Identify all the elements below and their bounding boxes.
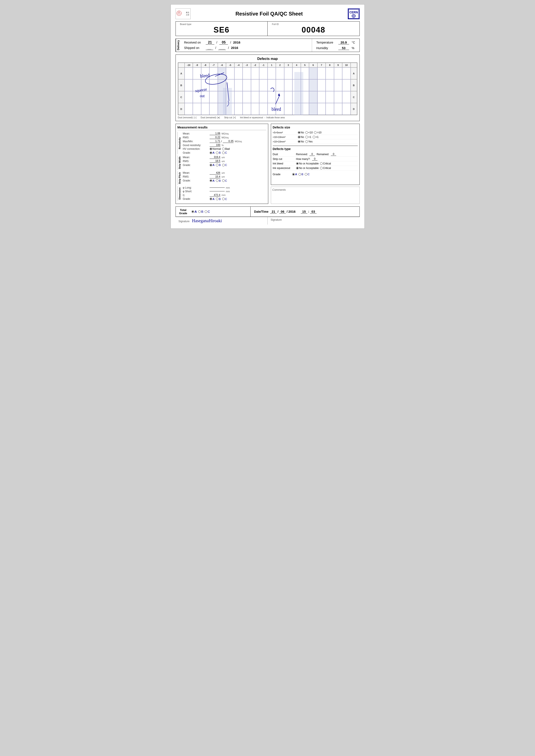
received-year: 2016	[233, 40, 240, 44]
total-grade-b[interactable]: B	[198, 210, 203, 213]
sw-grade-c-circle	[222, 164, 225, 166]
ink-squeeze-no[interactable]: No or Acceptable	[296, 167, 319, 170]
sw-grade-a[interactable]: A	[210, 163, 214, 167]
ds2-lt1[interactable]: <1	[305, 136, 311, 139]
shipped-month: ___	[218, 46, 226, 50]
hv-bad-circle	[222, 148, 225, 150]
ds2-no[interactable]: No	[298, 136, 304, 139]
resistivity-grade-c[interactable]: C	[222, 151, 227, 154]
measurement-box: Measurement results Resistivity Mean: 1.…	[176, 124, 268, 204]
hv-normal-label: Normal	[212, 148, 221, 150]
page: KOBE UNIVERSITY of Science 東京大学 Resistiv…	[171, 4, 365, 229]
map-data-cell	[334, 91, 342, 103]
defects-grade-c[interactable]: C	[305, 173, 310, 176]
resistivity-grade-a[interactable]: A	[210, 151, 214, 154]
dim-grade-c[interactable]: C	[222, 198, 227, 201]
shipped-day: __	[206, 46, 213, 50]
hv-bad-radio[interactable]: Bad	[222, 148, 230, 150]
resistivity-mean-unit: MΩ/sq.	[222, 132, 229, 135]
defect-ink-bleed-row: Ink bleed No or Acceptable Critical	[273, 161, 358, 166]
sp-grade-a[interactable]: A	[210, 179, 214, 182]
map-data-cell	[193, 68, 201, 79]
total-grade-a[interactable]: A	[191, 210, 197, 213]
ds3-no[interactable]: No	[298, 140, 304, 143]
resistivity-rms-val: 0.22	[210, 136, 220, 139]
ds1-gt10[interactable]: >10	[314, 131, 321, 134]
resistivity-mean-label: Mean:	[183, 132, 209, 135]
resistivity-mean-val: 1.06	[210, 132, 220, 135]
received-label: Received on	[184, 41, 204, 44]
map-data-cell	[218, 91, 226, 103]
date-year: 2016	[288, 210, 296, 213]
ink-squeeze-critical[interactable]: Critical	[320, 167, 331, 170]
resistivity-maxmin-row: Max/Min: 1.71 / 0.35 MΩ/sq.	[183, 140, 266, 143]
map-data-cell	[201, 68, 210, 79]
resistivity-good-label: Good resistivity:	[183, 144, 209, 147]
dim-eta-unit: mm	[222, 194, 226, 196]
defect-size-row-2: <10×10mm² No <1 >1	[273, 135, 358, 139]
resistivity-grade-radio: A B C	[210, 151, 227, 154]
map-data-cell	[210, 79, 218, 91]
map-data-cell	[309, 79, 318, 91]
sp-grade-b-circle	[216, 179, 218, 182]
defect-size-3-radio: No Yes	[298, 140, 313, 143]
sp-grade-b[interactable]: B	[216, 179, 221, 182]
map-data-cell	[193, 79, 201, 91]
total-grade-c[interactable]: C	[205, 210, 210, 213]
datetime-cell: Date/Time 21 / 06 / 2016 15 : 03	[251, 208, 359, 215]
map-col-header: -3	[242, 63, 251, 68]
total-grade-label-1: Total	[180, 208, 186, 212]
strip-pitch-group: Strip Pitch Mean: 426 um RMS: 15.4 um Gr…	[178, 171, 266, 185]
ink-bleed-no[interactable]: No or Acceptable	[296, 162, 319, 165]
defects-grade-a[interactable]: A	[292, 173, 297, 176]
ds2-gt1[interactable]: >1	[313, 136, 319, 139]
map-data-cell	[284, 79, 293, 91]
datetime-vals: 21 / 06 / 2016 15 : 03	[270, 210, 317, 214]
ds3-yes[interactable]: Yes	[305, 140, 313, 143]
map-col-header: 5	[301, 63, 309, 68]
defects-grade-radio: A B C	[292, 173, 310, 176]
received-row: Received on 21 / 05 / 2016	[184, 40, 308, 44]
map-col-header: 10	[342, 63, 351, 68]
strip-width-rms-row: RMS: 18.5 um	[183, 159, 266, 163]
ds1-no[interactable]: No	[298, 131, 304, 134]
resistivity-label: Resistivity	[178, 132, 182, 154]
resistivity-grade-c-circle	[222, 151, 225, 154]
resistivity-rms-row: RMS: 0.22 MΩ/sq.	[183, 136, 266, 139]
resistivity-rms-label: RMS:	[183, 136, 209, 139]
map-col-header: 2	[276, 63, 284, 68]
dim-grade-b[interactable]: B	[216, 198, 221, 201]
total-grade-cell: Total Grade A B C	[176, 207, 251, 217]
hv-normal-radio[interactable]: Normal	[210, 148, 221, 150]
map-col-header: 4	[293, 63, 301, 68]
defects-grade-b[interactable]: B	[298, 173, 303, 176]
dim-grade-a[interactable]: A	[210, 198, 214, 201]
dim-phi-short-unit: mm	[226, 190, 230, 193]
map-row-label: A	[178, 68, 184, 79]
received-month: 05	[219, 40, 228, 44]
map-legend: Dust (removed): [○] Dust (remained): [●]…	[178, 116, 357, 119]
strip-pitch-label: Strip Pitch	[178, 171, 182, 185]
dim-grade-c-circle	[222, 198, 225, 200]
sp-grade-c[interactable]: C	[222, 179, 227, 182]
resistivity-grade-b[interactable]: B	[216, 151, 221, 154]
sw-grade-b[interactable]: B	[216, 163, 221, 167]
map-data-cell	[210, 68, 218, 79]
ds1-lt10[interactable]: <10	[305, 131, 313, 134]
svg-text:CERN: CERN	[349, 11, 358, 14]
sw-rms-unit: um	[222, 160, 225, 162]
resistivity-grade-b-circle	[216, 151, 218, 154]
date-month: 06	[279, 210, 286, 214]
ink-bleed-label: Ink bleed	[273, 162, 294, 165]
map-data-cell	[293, 68, 301, 79]
defect-size-1-radio: No <10 >10	[298, 131, 322, 134]
ink-bleed-critical[interactable]: Critical	[320, 162, 331, 165]
map-data-cell	[268, 103, 276, 115]
defect-size-label-1: <5×5mm²	[273, 131, 296, 134]
sw-grade-c[interactable]: C	[222, 163, 227, 167]
resistivity-good-unit: %	[222, 144, 224, 147]
logos: KOBE UNIVERSITY of Science 東京大学	[176, 9, 191, 19]
legend-dust-remained: Dust (remained): [●]	[201, 116, 220, 119]
humidity-value: 53	[338, 46, 349, 50]
map-data-cell	[201, 103, 210, 115]
